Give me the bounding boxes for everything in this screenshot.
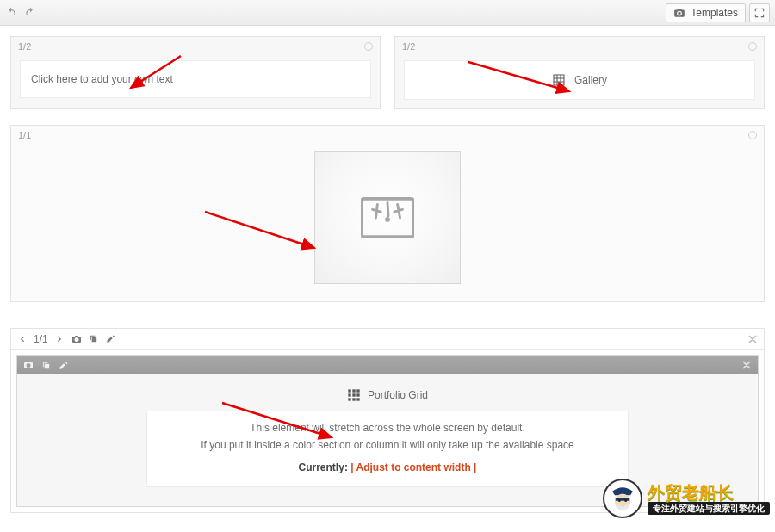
fullscreen-button[interactable] (749, 3, 770, 22)
close-icon[interactable] (747, 333, 759, 345)
svg-rect-2 (348, 389, 350, 392)
portfolio-msg-line2: If you put it inside a color section or … (159, 437, 616, 455)
chevron-right-icon[interactable] (53, 333, 65, 345)
portfolio-grid-message-box: This element will stretch across the who… (146, 411, 629, 487)
camera-icon[interactable] (22, 359, 34, 371)
svg-rect-4 (356, 389, 359, 392)
svg-rect-3 (352, 389, 355, 392)
redo-icon[interactable] (24, 7, 36, 19)
edit-icon[interactable] (57, 359, 69, 371)
section-nav-bar: 1/1 (11, 329, 764, 350)
templates-button[interactable]: Templates (666, 3, 746, 22)
column-half-right[interactable]: 1/2 Gallery (394, 36, 765, 109)
grid-icon (552, 73, 566, 87)
section-inner-bar (17, 356, 758, 374)
svg-point-19 (624, 500, 627, 503)
builder-canvas: 1/2 Click here to add your own text 1/2 … (0, 26, 775, 523)
watermark-avatar (603, 479, 642, 518)
image-placeholder-wrap (11, 142, 764, 284)
edit-icon[interactable] (105, 333, 117, 345)
portfolio-msg-line1: This element will stretch across the who… (159, 420, 616, 437)
camera-icon[interactable] (71, 333, 83, 345)
clone-icon[interactable] (88, 333, 100, 345)
image-broken-icon (361, 197, 414, 238)
grid-dense-icon (347, 388, 361, 402)
column-full-image[interactable]: 1/1 (10, 125, 765, 302)
text-block-placeholder: Click here to add your own text (31, 73, 173, 85)
section-size-label: 1/1 (34, 333, 48, 345)
svg-point-1 (385, 217, 390, 222)
currently-label: Currently: (299, 461, 348, 473)
column-size-label: 1/2 (402, 41, 415, 52)
top-toolbar: Templates (0, 0, 775, 26)
column-size-label: 1/1 (18, 130, 31, 140)
svg-rect-7 (356, 393, 359, 396)
svg-rect-17 (616, 498, 629, 501)
watermark-subtitle: 专注外贸建站与搜索引擎优化 (648, 502, 770, 515)
svg-rect-8 (348, 398, 350, 400)
image-placeholder[interactable] (314, 151, 461, 284)
svg-rect-9 (352, 398, 355, 400)
portfolio-grid-title: Portfolio Grid (368, 389, 428, 401)
currently-value: | Adjust to content width | (350, 461, 476, 473)
column-label: 1/2 (395, 37, 764, 60)
svg-rect-5 (348, 393, 350, 396)
portfolio-grid-header: Portfolio Grid (26, 388, 749, 402)
undo-icon[interactable] (5, 7, 17, 19)
templates-label: Templates (691, 7, 738, 19)
clone-icon[interactable] (40, 359, 52, 371)
column-label: 1/2 (11, 37, 380, 60)
text-block[interactable]: Click here to add your own text (20, 60, 371, 98)
column-options-icon[interactable] (364, 42, 373, 51)
watermark-text: 外贸老船长 专注外贸建站与搜索引擎优化 (648, 483, 770, 515)
column-half-left[interactable]: 1/2 Click here to add your own text (10, 36, 381, 109)
portfolio-currently-row: Currently: | Adjust to content width | (159, 460, 616, 477)
column-options-icon[interactable] (748, 131, 757, 139)
chevron-left-icon[interactable] (16, 333, 28, 345)
watermark: 外贸老船长 专注外贸建站与搜索引擎优化 (603, 479, 770, 518)
column-size-label: 1/2 (18, 41, 31, 52)
gallery-block[interactable]: Gallery (404, 60, 755, 100)
close-icon[interactable] (741, 359, 753, 371)
gallery-label: Gallery (574, 74, 607, 86)
toolbar-left (5, 7, 36, 19)
column-options-icon[interactable] (748, 42, 757, 51)
svg-rect-6 (352, 393, 355, 396)
svg-point-18 (618, 500, 621, 503)
svg-rect-10 (356, 398, 359, 400)
row-two-halves: 1/2 Click here to add your own text 1/2 … (10, 36, 765, 109)
watermark-title: 外贸老船长 (648, 483, 770, 502)
camera-icon (673, 8, 685, 18)
column-label: 1/1 (11, 126, 764, 142)
